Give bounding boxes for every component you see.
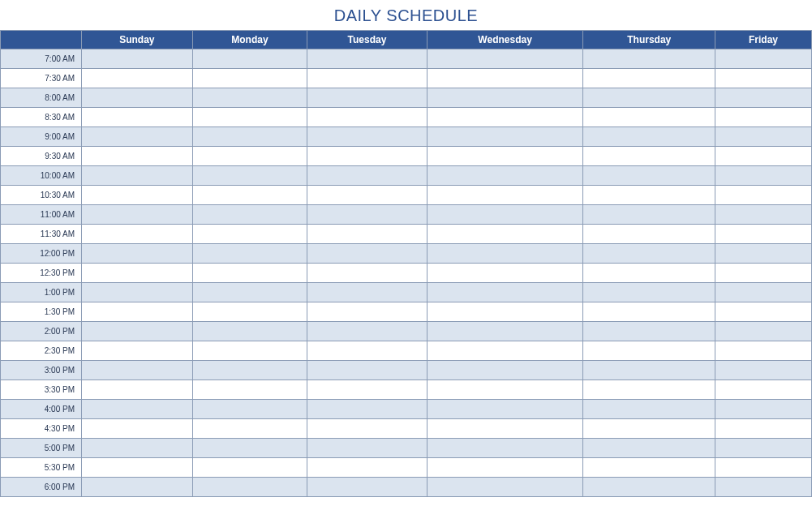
schedule-cell[interactable] bbox=[307, 361, 427, 380]
schedule-cell[interactable] bbox=[192, 225, 307, 244]
schedule-cell[interactable] bbox=[82, 458, 193, 478]
schedule-cell[interactable] bbox=[82, 264, 193, 283]
schedule-cell[interactable] bbox=[82, 88, 193, 108]
schedule-cell[interactable] bbox=[583, 49, 715, 69]
schedule-cell[interactable] bbox=[192, 108, 307, 127]
schedule-cell[interactable] bbox=[427, 264, 583, 283]
schedule-cell[interactable] bbox=[715, 283, 812, 302]
schedule-cell[interactable] bbox=[427, 419, 583, 439]
schedule-cell[interactable] bbox=[307, 302, 427, 322]
schedule-cell[interactable] bbox=[583, 478, 715, 497]
schedule-cell[interactable] bbox=[192, 380, 307, 400]
schedule-cell[interactable] bbox=[583, 302, 715, 322]
schedule-cell[interactable] bbox=[192, 127, 307, 147]
schedule-cell[interactable] bbox=[427, 341, 583, 361]
schedule-cell[interactable] bbox=[307, 380, 427, 400]
schedule-cell[interactable] bbox=[192, 400, 307, 419]
schedule-cell[interactable] bbox=[715, 439, 812, 458]
schedule-cell[interactable] bbox=[82, 361, 193, 380]
schedule-cell[interactable] bbox=[715, 361, 812, 380]
schedule-cell[interactable] bbox=[307, 88, 427, 108]
schedule-cell[interactable] bbox=[82, 225, 193, 244]
schedule-cell[interactable] bbox=[192, 361, 307, 380]
schedule-cell[interactable] bbox=[715, 322, 812, 341]
schedule-cell[interactable] bbox=[715, 166, 812, 186]
schedule-cell[interactable] bbox=[427, 127, 583, 147]
schedule-cell[interactable] bbox=[427, 205, 583, 225]
schedule-cell[interactable] bbox=[82, 186, 193, 205]
schedule-cell[interactable] bbox=[427, 49, 583, 69]
schedule-cell[interactable] bbox=[307, 49, 427, 69]
schedule-cell[interactable] bbox=[715, 458, 812, 478]
schedule-cell[interactable] bbox=[583, 108, 715, 127]
schedule-cell[interactable] bbox=[82, 147, 193, 166]
schedule-cell[interactable] bbox=[307, 147, 427, 166]
schedule-cell[interactable] bbox=[583, 244, 715, 264]
schedule-cell[interactable] bbox=[192, 147, 307, 166]
schedule-cell[interactable] bbox=[715, 186, 812, 205]
schedule-cell[interactable] bbox=[715, 380, 812, 400]
schedule-cell[interactable] bbox=[192, 458, 307, 478]
schedule-cell[interactable] bbox=[427, 361, 583, 380]
schedule-cell[interactable] bbox=[307, 458, 427, 478]
schedule-cell[interactable] bbox=[82, 244, 193, 264]
schedule-cell[interactable] bbox=[427, 380, 583, 400]
schedule-cell[interactable] bbox=[82, 127, 193, 147]
schedule-cell[interactable] bbox=[715, 127, 812, 147]
schedule-cell[interactable] bbox=[192, 205, 307, 225]
schedule-cell[interactable] bbox=[192, 322, 307, 341]
schedule-cell[interactable] bbox=[715, 302, 812, 322]
schedule-cell[interactable] bbox=[192, 264, 307, 283]
schedule-cell[interactable] bbox=[82, 439, 193, 458]
schedule-cell[interactable] bbox=[583, 341, 715, 361]
schedule-cell[interactable] bbox=[583, 147, 715, 166]
schedule-cell[interactable] bbox=[583, 264, 715, 283]
schedule-cell[interactable] bbox=[427, 478, 583, 497]
schedule-cell[interactable] bbox=[307, 166, 427, 186]
schedule-cell[interactable] bbox=[715, 264, 812, 283]
schedule-cell[interactable] bbox=[307, 439, 427, 458]
schedule-cell[interactable] bbox=[307, 69, 427, 88]
schedule-cell[interactable] bbox=[583, 439, 715, 458]
schedule-cell[interactable] bbox=[715, 69, 812, 88]
schedule-cell[interactable] bbox=[715, 225, 812, 244]
schedule-cell[interactable] bbox=[192, 186, 307, 205]
schedule-cell[interactable] bbox=[427, 244, 583, 264]
schedule-cell[interactable] bbox=[715, 400, 812, 419]
schedule-cell[interactable] bbox=[583, 283, 715, 302]
schedule-cell[interactable] bbox=[427, 302, 583, 322]
schedule-cell[interactable] bbox=[307, 127, 427, 147]
schedule-cell[interactable] bbox=[82, 322, 193, 341]
schedule-cell[interactable] bbox=[82, 49, 193, 69]
schedule-cell[interactable] bbox=[715, 341, 812, 361]
schedule-cell[interactable] bbox=[192, 478, 307, 497]
schedule-cell[interactable] bbox=[427, 186, 583, 205]
schedule-cell[interactable] bbox=[82, 478, 193, 497]
schedule-cell[interactable] bbox=[427, 69, 583, 88]
schedule-cell[interactable] bbox=[307, 400, 427, 419]
schedule-cell[interactable] bbox=[583, 458, 715, 478]
schedule-cell[interactable] bbox=[583, 419, 715, 439]
schedule-cell[interactable] bbox=[715, 88, 812, 108]
schedule-cell[interactable] bbox=[715, 244, 812, 264]
schedule-cell[interactable] bbox=[583, 166, 715, 186]
schedule-cell[interactable] bbox=[82, 69, 193, 88]
schedule-cell[interactable] bbox=[583, 69, 715, 88]
schedule-cell[interactable] bbox=[427, 108, 583, 127]
schedule-cell[interactable] bbox=[427, 400, 583, 419]
schedule-cell[interactable] bbox=[192, 419, 307, 439]
schedule-cell[interactable] bbox=[192, 283, 307, 302]
schedule-cell[interactable] bbox=[307, 341, 427, 361]
schedule-cell[interactable] bbox=[192, 439, 307, 458]
schedule-cell[interactable] bbox=[82, 283, 193, 302]
schedule-cell[interactable] bbox=[192, 166, 307, 186]
schedule-cell[interactable] bbox=[583, 400, 715, 419]
schedule-cell[interactable] bbox=[427, 147, 583, 166]
schedule-cell[interactable] bbox=[427, 439, 583, 458]
schedule-cell[interactable] bbox=[715, 419, 812, 439]
schedule-cell[interactable] bbox=[192, 49, 307, 69]
schedule-cell[interactable] bbox=[583, 205, 715, 225]
schedule-cell[interactable] bbox=[82, 341, 193, 361]
schedule-cell[interactable] bbox=[307, 478, 427, 497]
schedule-cell[interactable] bbox=[427, 166, 583, 186]
